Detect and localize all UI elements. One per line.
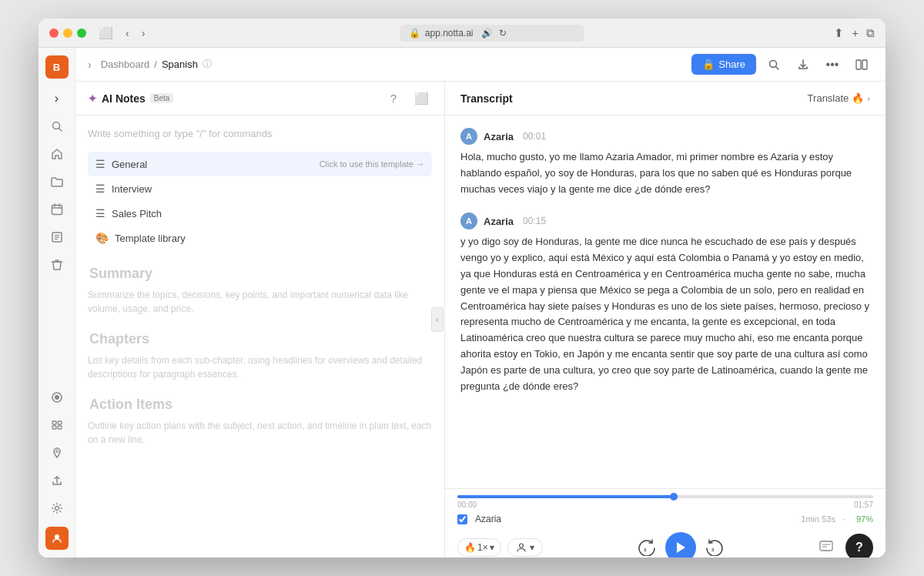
svg-line-22 [776, 66, 779, 69]
close-dot[interactable] [49, 28, 59, 38]
forward-button[interactable]: › [137, 25, 150, 41]
breadcrumb-current: Spanish [162, 59, 198, 70]
svg-rect-24 [856, 60, 861, 69]
sidebar-item-trash[interactable] [45, 253, 69, 277]
svg-rect-16 [58, 426, 62, 429]
sidebar-item-location[interactable] [45, 440, 69, 465]
speaker-avatar-1: A [460, 213, 477, 229]
search-button[interactable] [762, 53, 785, 76]
template-icon-general: ☰ [95, 158, 105, 170]
notes-question-icon[interactable]: ? [383, 88, 404, 109]
collapse-handle[interactable]: ‹ [431, 307, 444, 332]
sidebar-item-settings[interactable] [45, 496, 69, 521]
split-view-icon[interactable]: ⧉ [866, 26, 875, 40]
sidebar-item-list[interactable] [45, 413, 69, 437]
sidebar-item-record[interactable] [45, 385, 69, 410]
ai-sparkle-icon: ✦ [88, 92, 97, 105]
more-options-button[interactable]: ••• [821, 53, 844, 76]
playback-bar: 00:00 01:57 Azaria 1min 53s · 97% [445, 488, 886, 558]
audio-icon: 🔊 [481, 28, 493, 39]
template-label-interview: Interview [112, 183, 424, 195]
timestamp-1: 00:15 [523, 216, 546, 226]
template-icon-sales: ☰ [95, 207, 105, 219]
speaker-filter-button[interactable]: ▾ [507, 538, 543, 557]
sidebar-item-folder[interactable] [45, 169, 69, 194]
notes-layout-icon[interactable]: ⬜ [410, 88, 432, 109]
lock-share-icon: 🔒 [702, 59, 715, 70]
sidebar-item-notes-list[interactable] [45, 225, 69, 249]
template-item-interview[interactable]: ☰ Interview [88, 176, 432, 201]
notes-title-text: AI Notes [102, 92, 146, 105]
refresh-icon[interactable]: ↻ [499, 28, 507, 39]
back-button[interactable]: ‹ [121, 25, 134, 41]
sidebar-item-upload[interactable] [45, 468, 69, 493]
new-tab-icon[interactable]: + [852, 26, 859, 39]
chapters-title: Chapters [88, 331, 432, 347]
speed-button[interactable]: 🔥 1× ▾ [457, 538, 501, 557]
user-status-dot[interactable] [45, 527, 69, 550]
layout-button[interactable] [850, 53, 873, 76]
titlebar-center: 🔒 app.notta.ai 🔊 ↻ [156, 25, 828, 42]
template-item-general[interactable]: ☰ General Click to use this template → [88, 152, 432, 176]
speaker-checkbox[interactable] [457, 514, 467, 524]
progress-track[interactable] [457, 495, 873, 498]
app-body: B › [38, 48, 886, 558]
time-current: 00:00 [457, 501, 477, 509]
maximize-dot[interactable] [77, 28, 86, 38]
user-avatar[interactable]: B [45, 55, 69, 79]
svg-point-26 [519, 544, 523, 548]
translate-button[interactable]: Translate 🔥 › [808, 92, 870, 104]
share-label: Share [718, 59, 745, 70]
skip-forward-button[interactable]: 3 [702, 535, 727, 558]
speaker-name-1: Azaria [484, 216, 514, 227]
speaker-avatar-0: A [460, 128, 477, 145]
breadcrumb-dashboard[interactable]: Dashboard [101, 59, 150, 70]
template-library-label: Template library [115, 233, 186, 244]
transcript-entry-1: A Azaria 00:15 y yo digo soy de Honduras… [460, 213, 870, 394]
summary-desc: Summarize the topics, decisions, key poi… [88, 288, 432, 316]
svg-rect-2 [52, 206, 62, 215]
speaker-track-accuracy: 97% [856, 514, 873, 524]
speaker-icon [516, 542, 527, 553]
download-button[interactable] [792, 53, 815, 76]
app-window: ⬜ ‹ › 🔒 app.notta.ai 🔊 ↻ ⬆ + ⧉ B › [38, 18, 886, 558]
share-button[interactable]: 🔒 Share [691, 54, 756, 75]
svg-point-19 [55, 507, 59, 511]
transcript-header: Transcript Translate 🔥 › [445, 82, 886, 116]
notes-section-summary: Summary Summarize the topics, decisions,… [88, 266, 432, 316]
template-label-sales: Sales Pitch [112, 208, 424, 219]
address-bar[interactable]: 🔒 app.notta.ai 🔊 ↻ [400, 25, 584, 42]
transcript-panel: Transcript Translate 🔥 › A [445, 82, 886, 558]
play-button[interactable] [665, 532, 696, 558]
caption-icon[interactable] [819, 541, 833, 554]
svg-text:3: 3 [711, 548, 715, 552]
sidebar-toggle-icon[interactable]: ⬜ [99, 26, 113, 40]
action-items-title: Action Items [88, 397, 432, 413]
help-button[interactable]: ? [845, 534, 873, 558]
timestamp-0: 00:01 [523, 131, 546, 142]
sidebar-item-expand[interactable]: › [45, 86, 69, 111]
skip-back-button[interactable]: 3 [634, 535, 659, 558]
sidebar-item-home[interactable] [45, 142, 69, 166]
info-icon[interactable]: ⓘ [203, 58, 212, 71]
template-item-sales-pitch[interactable]: ☰ Sales Pitch [88, 201, 432, 226]
svg-point-17 [55, 450, 58, 453]
entry-text-1: y yo digo soy de Honduras, la gente me d… [460, 234, 870, 394]
entry-text-0: Hola, mucho gusto, yo me llamo Azaria Am… [460, 149, 870, 197]
notes-body: Write something or type "/" for commands… [75, 116, 444, 558]
lock-icon: 🔒 [409, 28, 420, 39]
transcript-entry-0: A Azaria 00:01 Hola, mucho gusto, yo me … [460, 128, 870, 197]
notes-header: ✦ AI Notes Beta ? ⬜ [75, 82, 444, 116]
sidebar-item-calendar[interactable] [45, 197, 69, 222]
sidebar-expand-icon[interactable]: › [88, 59, 92, 71]
template-library-item[interactable]: 🎨 Template library [88, 226, 432, 250]
minimize-dot[interactable] [63, 28, 72, 38]
notes-section-actions: Action Items Outline key action plans wi… [88, 397, 432, 447]
sidebar-item-search[interactable] [45, 114, 69, 139]
svg-rect-13 [52, 421, 56, 424]
main-area: › Dashboard / Spanish ⓘ 🔒 Share [75, 48, 886, 558]
action-items-desc: Outline key action plans with the subjec… [88, 419, 432, 447]
share-titlebar-icon[interactable]: ⬆ [834, 26, 844, 40]
template-action-general: Click to use this template → [320, 159, 424, 169]
speed-chevron: ▾ [490, 542, 494, 553]
